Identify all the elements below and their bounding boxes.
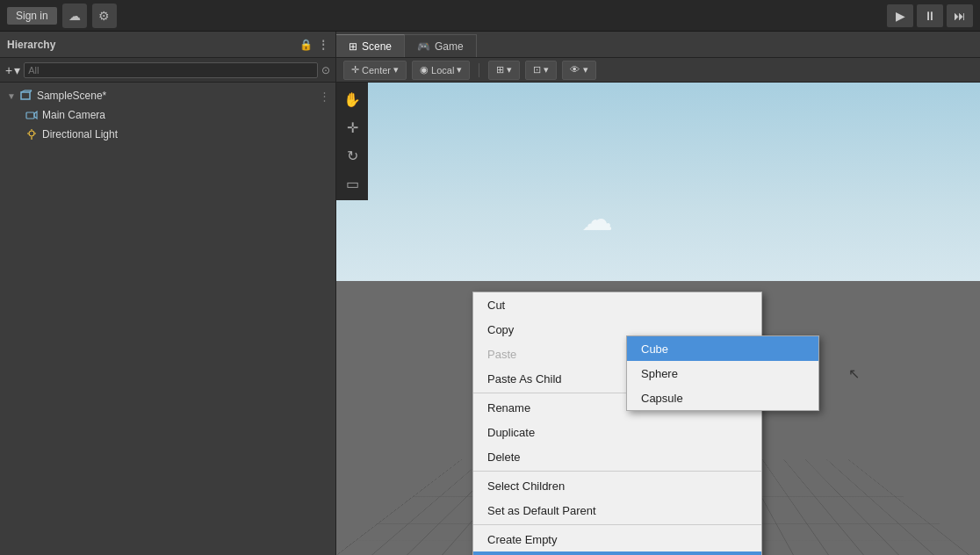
scene-name-label: SampleScene* <box>37 90 319 102</box>
svg-point-6 <box>29 131 34 136</box>
camera-icon <box>25 108 39 122</box>
tab-game[interactable]: 🎮 Game <box>405 34 477 57</box>
center-dropdown-icon: ▾ <box>393 64 399 76</box>
rotate-tool-button[interactable]: ↻ <box>339 142 365 169</box>
center-label: Center <box>362 65 391 76</box>
scene-tab-label: Scene <box>362 40 392 53</box>
scene-viewport[interactable]: ☁ ✋ ✛ ↻ ▭ Cut Copy Paste Pa <box>336 83 980 555</box>
main-layout: Hierarchy 🔒 ⋮ + ▾ ⊙ ▼ <box>0 32 980 555</box>
pause-button[interactable]: ⏸ <box>917 4 943 27</box>
expand-triangle: ▼ <box>7 91 16 101</box>
ctx-duplicate-label: Duplicate <box>487 426 535 439</box>
light-icon <box>25 127 39 141</box>
toolbar-divider-1 <box>479 63 479 77</box>
local-icon: ◉ <box>420 64 429 76</box>
submenu-3d-object: Cube Sphere Capsule <box>626 335 819 411</box>
ctx-paste-as-child-label: Paste As Child <box>487 372 562 386</box>
visibility-button[interactable]: 👁 ▾ <box>562 61 595 80</box>
hierarchy-header: Hierarchy 🔒 ⋮ <box>0 32 335 58</box>
submenu-sphere[interactable]: Sphere <box>627 361 818 386</box>
hierarchy-search-input[interactable] <box>24 62 318 78</box>
hierarchy-title: Hierarchy <box>7 39 55 51</box>
move-tool-button[interactable]: ✛ <box>339 114 365 141</box>
ctx-copy-label: Copy <box>487 323 514 336</box>
step-button[interactable]: ⏭ <box>947 4 973 27</box>
hierarchy-search-icon[interactable]: ⊙ <box>321 64 330 76</box>
play-button[interactable]: ▶ <box>887 4 913 27</box>
hierarchy-menu-icon[interactable]: ⋮ <box>318 39 328 51</box>
scene-panel: ⊞ Scene 🎮 Game ✛ Center ▾ ◉ Local ▾ ⊞ ▾ … <box>336 32 980 555</box>
submenu-sphere-label: Sphere <box>641 367 678 380</box>
center-button[interactable]: ✛ Center ▾ <box>343 61 407 80</box>
settings-button[interactable]: ⚙ <box>92 4 117 28</box>
hand-tool-button[interactable]: ✋ <box>339 86 365 112</box>
hierarchy-content: ▼ SampleScene* ⋮ <box>0 83 335 555</box>
ctx-duplicate[interactable]: Duplicate <box>473 420 761 444</box>
ctx-sep-2 <box>473 471 761 472</box>
ctx-select-children[interactable]: Select Children <box>473 473 761 498</box>
grid-button[interactable]: ⊞ ▾ <box>488 61 520 80</box>
game-tab-label: Game <box>435 40 464 53</box>
top-bar: Sign in ☁ ⚙ ▶ ⏸ ⏭ <box>0 0 980 32</box>
ctx-create-empty[interactable]: Create Empty <box>473 527 761 551</box>
hierarchy-item-camera[interactable]: Main Camera <box>0 105 335 125</box>
rect-tool-button[interactable]: ▭ <box>339 170 365 197</box>
hierarchy-item-light[interactable]: Directional Light <box>0 125 335 144</box>
scene-tabs: ⊞ Scene 🎮 Game <box>336 32 980 58</box>
sign-in-button[interactable]: Sign in <box>7 7 57 25</box>
dropdown-icon: ▾ <box>14 63 20 77</box>
ctx-delete-label: Delete <box>487 450 521 464</box>
tab-scene[interactable]: ⊞ Scene <box>336 34 405 57</box>
ctx-rename-label: Rename <box>487 401 530 414</box>
scene-root-item[interactable]: ▼ SampleScene* ⋮ <box>0 86 335 105</box>
scene-object: ☁ <box>581 201 613 238</box>
camera-label: Main Camera <box>42 109 335 121</box>
hierarchy-panel: Hierarchy 🔒 ⋮ + ▾ ⊙ ▼ <box>0 32 336 555</box>
scene-toolbar: ✛ Center ▾ ◉ Local ▾ ⊞ ▾ ⊡ ▾ 👁 ▾ <box>336 58 980 83</box>
local-dropdown-icon: ▾ <box>457 64 462 76</box>
playback-controls: ▶ ⏸ ⏭ <box>887 4 973 27</box>
ctx-delete[interactable]: Delete <box>473 444 761 469</box>
sky-background <box>336 83 980 295</box>
snap-button[interactable]: ⊡ ▾ <box>525 61 557 80</box>
hierarchy-toolbar: + ▾ ⊙ <box>0 58 335 83</box>
ctx-3d-object[interactable]: 3D Object ▶ <box>473 551 761 555</box>
ctx-cut[interactable]: Cut <box>473 292 761 317</box>
local-label: Local <box>431 65 454 76</box>
scene-icon <box>19 89 33 103</box>
svg-rect-0 <box>21 92 30 99</box>
center-icon: ✛ <box>351 64 359 76</box>
submenu-capsule[interactable]: Capsule <box>627 386 818 410</box>
game-tab-icon: 🎮 <box>417 40 430 53</box>
svg-rect-4 <box>26 112 34 119</box>
ctx-cut-label: Cut <box>487 299 505 312</box>
local-button[interactable]: ◉ Local ▾ <box>412 61 470 80</box>
lock-icon[interactable]: 🔒 <box>299 39 313 51</box>
submenu-capsule-label: Capsule <box>641 392 683 405</box>
ctx-create-empty-label: Create Empty <box>487 533 557 546</box>
light-label: Directional Light <box>42 128 335 141</box>
context-menu: Cut Copy Paste Paste As Child Rename Dup… <box>472 292 762 555</box>
ctx-set-default-parent[interactable]: Set as Default Parent <box>473 498 761 523</box>
scene-tab-icon: ⊞ <box>349 40 357 53</box>
submenu-cube[interactable]: Cube <box>627 336 818 361</box>
add-icon: + <box>5 63 12 77</box>
cloud-button[interactable]: ☁ <box>62 4 87 28</box>
viewport-toolbar: ✋ ✛ ↻ ▭ <box>336 83 368 200</box>
add-hierarchy-button[interactable]: + ▾ <box>5 63 20 77</box>
ctx-paste-label: Paste <box>487 348 516 361</box>
ctx-set-default-parent-label: Set as Default Parent <box>487 504 596 517</box>
submenu-cube-label: Cube <box>641 342 668 356</box>
scene-menu-button[interactable]: ⋮ <box>319 90 330 103</box>
ctx-sep-3 <box>473 524 761 525</box>
ctx-select-children-label: Select Children <box>487 479 565 493</box>
